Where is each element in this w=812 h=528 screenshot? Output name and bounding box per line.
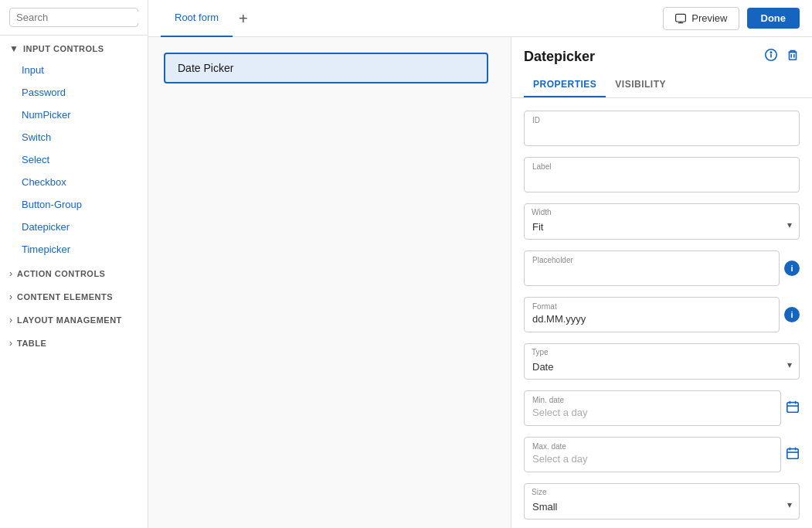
trash-icon [786, 48, 800, 62]
min-date-calendar-icon[interactable] [786, 400, 800, 417]
search-input[interactable] [16, 12, 146, 23]
max-date-inner-wrap: Max. date [524, 437, 781, 472]
format-field-label: Format [532, 302, 557, 311]
section-label-input-controls: INPUT CONTROLS [23, 44, 104, 53]
max-date-input[interactable] [532, 453, 773, 465]
info-icon-button[interactable] [764, 48, 778, 65]
id-field-wrap: ID [524, 111, 800, 146]
tabs-area: Root form + [161, 0, 254, 37]
props-tabs: PROPERTIES VISIBILITY [511, 73, 812, 98]
svg-point-7 [770, 52, 771, 53]
section-label-action-controls: ACTION CONTROLS [17, 269, 105, 278]
sidebar-item-checkbox[interactable]: Checkbox [0, 171, 148, 193]
sidebar-item-numpicker[interactable]: NumPicker [0, 104, 148, 126]
type-field-wrap: Type Date DateTime Time ▾ [524, 343, 800, 380]
field-group-size: Size Small Medium Large ▾ [524, 483, 800, 519]
chevron-down-icon: ▼ [9, 43, 19, 54]
top-bar-right: Preview Done [663, 7, 800, 30]
min-date-label: Min. date [532, 396, 564, 404]
label-input[interactable] [532, 173, 791, 185]
canvas-area[interactable]: Date Picker [148, 37, 511, 528]
tab-visibility[interactable]: VISIBILITY [606, 73, 675, 97]
field-group-placeholder: Placeholder i [524, 250, 800, 286]
sidebar-item-input[interactable]: Input [0, 59, 148, 81]
size-select[interactable]: Small Medium Large [524, 483, 800, 519]
section-content-elements[interactable]: › CONTENT ELEMENTS [0, 284, 148, 307]
props-icons [764, 48, 800, 65]
field-group-id: ID [524, 111, 800, 146]
preview-icon [674, 12, 687, 25]
size-field-label: Size [532, 488, 546, 496]
props-title: Datepicker [524, 49, 595, 65]
add-tab-button[interactable]: + [233, 11, 254, 26]
svg-rect-2 [676, 14, 686, 22]
svg-rect-11 [787, 403, 798, 413]
sidebar: ▼ INPUT CONTROLS Input Password NumPicke… [0, 0, 148, 528]
main-area: Root form + Preview Done Date Picker Dat… [148, 0, 812, 528]
placeholder-field-label: Placeholder [532, 256, 573, 264]
svg-rect-15 [787, 449, 798, 459]
delete-icon-button[interactable] [786, 48, 800, 65]
min-date-field-wrap: Min. date [524, 390, 800, 426]
date-picker-card[interactable]: Date Picker [164, 53, 488, 83]
props-header: Datepicker [511, 37, 812, 65]
chevron-right-icon-3: › [9, 315, 12, 325]
section-label-content-elements: CONTENT ELEMENTS [17, 292, 113, 301]
field-group-label: Label [524, 157, 800, 192]
search-input-wrap [9, 8, 138, 27]
props-body: ID Label Width Fit [511, 98, 812, 528]
section-input-controls[interactable]: ▼ INPUT CONTROLS [0, 36, 148, 59]
id-input[interactable] [532, 127, 791, 138]
done-button[interactable]: Done [747, 8, 800, 29]
chevron-right-icon: › [9, 268, 12, 279]
max-date-label: Max. date [532, 442, 566, 451]
section-layout-management[interactable]: › LAYOUT MANAGEMENT [0, 307, 148, 330]
section-action-controls[interactable]: › ACTION CONTROLS [0, 261, 148, 284]
format-input[interactable] [532, 313, 771, 325]
sidebar-item-timepicker[interactable]: Timepicker [0, 238, 148, 261]
info-circle-icon [764, 48, 778, 62]
tab-root-form[interactable]: Root form [161, 0, 233, 37]
sidebar-item-switch[interactable]: Switch [0, 126, 148, 148]
field-group-min-date: Min. date [524, 390, 800, 426]
max-date-calendar-icon[interactable] [786, 446, 800, 463]
format-info-icon[interactable]: i [784, 307, 800, 322]
input-controls-items: Input Password NumPicker Switch Select C… [0, 59, 148, 261]
format-field-with-info: Format i [524, 297, 800, 332]
field-group-format: Format i [524, 297, 800, 332]
svg-rect-8 [790, 52, 797, 60]
width-field-wrap: Width Fit Fill Fixed ▾ [524, 203, 800, 240]
sidebar-item-select[interactable]: Select [0, 148, 148, 171]
content-row: Date Picker Datepicker [148, 37, 812, 528]
min-date-input[interactable] [532, 407, 773, 418]
format-field-wrap: Format [524, 297, 780, 332]
field-group-max-date: Max. date [524, 437, 800, 472]
section-label-layout-management: LAYOUT MANAGEMENT [17, 315, 122, 325]
type-field-label: Type [532, 348, 549, 356]
placeholder-field-wrap: Placeholder [524, 250, 780, 286]
preview-button[interactable]: Preview [663, 7, 739, 30]
search-box [0, 0, 148, 36]
type-select[interactable]: Date DateTime Time [524, 343, 800, 380]
size-field-wrap: Size Small Medium Large ▾ [524, 483, 800, 519]
field-group-type: Type Date DateTime Time ▾ [524, 343, 800, 380]
preview-label: Preview [691, 12, 727, 24]
sidebar-item-button-group[interactable]: Button-Group [0, 193, 148, 216]
min-date-inner-wrap: Min. date [524, 390, 781, 426]
id-field-label: ID [532, 116, 540, 124]
placeholder-field-with-info: Placeholder i [524, 250, 800, 286]
chevron-right-icon-2: › [9, 291, 12, 302]
top-bar: Root form + Preview Done [148, 0, 812, 37]
sidebar-item-datepicker[interactable]: Datepicker [0, 216, 148, 238]
placeholder-input[interactable] [532, 267, 771, 278]
sidebar-item-password[interactable]: Password [0, 81, 148, 104]
section-table[interactable]: › TABLE [0, 330, 148, 353]
placeholder-info-icon[interactable]: i [784, 261, 800, 276]
properties-panel: Datepicker [511, 37, 812, 528]
label-field-label: Label [532, 162, 551, 171]
chevron-right-icon-4: › [9, 338, 12, 349]
label-field-wrap: Label [524, 157, 800, 192]
tab-properties[interactable]: PROPERTIES [524, 73, 606, 97]
width-select[interactable]: Fit Fill Fixed [524, 203, 800, 240]
width-field-label: Width [532, 208, 552, 216]
